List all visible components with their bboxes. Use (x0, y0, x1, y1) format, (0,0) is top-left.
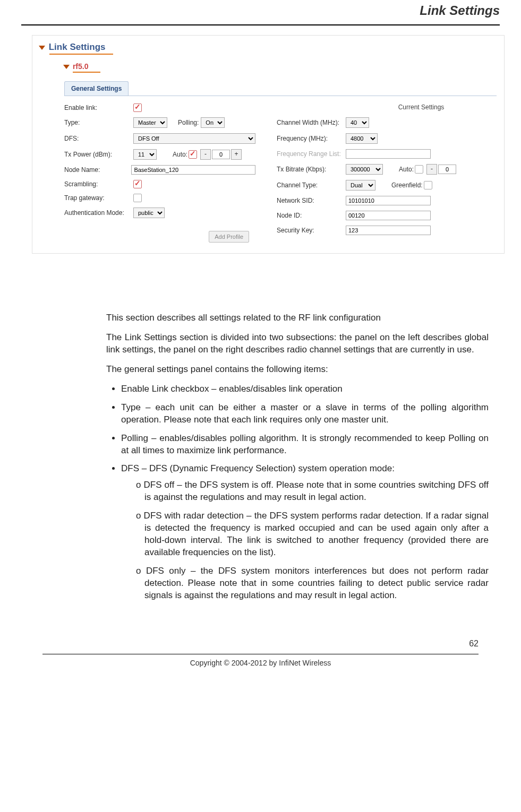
sublist-item: DFS with radar detection – the DFS syste… (136, 510, 489, 559)
footer-copyright: Copyright © 2004-2012 by InfiNet Wireles… (21, 659, 500, 667)
plus-button[interactable]: + (231, 149, 242, 160)
page-title: Link Settings (21, 3, 500, 18)
nodeid-input[interactable] (346, 211, 431, 220)
chtype-select[interactable]: Dual (346, 180, 375, 191)
txbitrate-label: Tx Bitrate (Kbps): (277, 166, 346, 173)
underline (49, 54, 113, 55)
txbitrate-select[interactable]: 300000 (346, 164, 383, 175)
body-text: This section describes all settings rela… (106, 312, 489, 602)
chwidth-select[interactable]: 40 (346, 117, 369, 128)
auto-label: Auto: (173, 151, 187, 158)
scrambling-checkbox[interactable] (133, 180, 142, 188)
greenfield-checkbox[interactable] (424, 181, 432, 189)
frl-label: Frequency Range List: (277, 150, 346, 158)
polling-select[interactable]: On (201, 117, 225, 128)
trap-checkbox[interactable] (133, 194, 142, 202)
freq-select[interactable]: 4800 (346, 133, 378, 144)
dfs-select[interactable]: DFS Off (133, 133, 255, 144)
list-item: Polling – enables/disables polling algor… (121, 433, 489, 457)
seckey-label: Security Key: (277, 227, 346, 234)
right-panel: Current Settings Channel Width (MHz): 40… (277, 103, 497, 240)
footer-rule (42, 654, 479, 654)
type-select[interactable]: Master (133, 117, 167, 128)
txpower-auto-value[interactable] (212, 150, 230, 159)
current-settings-header: Current Settings (346, 103, 497, 111)
link-settings-header[interactable]: Link Settings (40, 42, 497, 53)
left-panel: Enable link: Type: Master Polling: On DF… (64, 103, 255, 240)
txpower-select[interactable]: 11 (133, 149, 157, 160)
general-settings-tab[interactable]: General Settings (64, 81, 129, 96)
sublist-item: DFS off – the DFS system is off. Please … (136, 479, 489, 504)
auth-select[interactable]: public (133, 208, 165, 218)
minus-button[interactable]: - (200, 149, 211, 160)
page-number: 62 (21, 639, 479, 649)
tab-underline (64, 96, 497, 96)
trap-label: Trap gateway: (64, 194, 133, 202)
paragraph: This section describes all settings rela… (106, 312, 489, 324)
enable-link-checkbox[interactable] (133, 103, 142, 112)
chwidth-label: Channel Width (MHz): (277, 119, 346, 126)
nodename-input[interactable] (131, 165, 255, 175)
enable-link-label: Enable link: (64, 104, 133, 111)
nodeid-label: Node ID: (277, 212, 346, 219)
nodename-label: Node Name: (64, 166, 131, 174)
rf-header[interactable]: rf5.0 (64, 62, 497, 71)
bitrate-auto-label: Auto: (399, 166, 414, 173)
txpower-label: Tx Power (dBm): (64, 151, 133, 158)
freq-label: Frequency (MHz): (277, 135, 346, 142)
underline (73, 72, 100, 73)
list-item: Enable Link checkbox – enables/disables … (121, 383, 489, 395)
auth-label: Authentication Mode: (64, 209, 133, 217)
list-item: DFS – DFS (Dynamic Frequency Selection) … (121, 463, 489, 601)
list-item: Type – each unit can be either a master … (121, 402, 489, 426)
minus-button[interactable]: - (426, 164, 437, 175)
link-settings-label: Link Settings (49, 42, 106, 52)
rf-label: rf5.0 (73, 62, 89, 71)
sublist-item: DFS only – the DFS system monitors inter… (136, 565, 489, 602)
txpower-auto-checkbox[interactable] (189, 150, 197, 159)
add-profile-button[interactable]: Add Profile (209, 231, 249, 243)
bitrate-auto-value[interactable] (438, 165, 456, 174)
paragraph: The Link Settings section is divided int… (106, 332, 489, 356)
chtype-label: Channel Type: (277, 182, 346, 189)
sid-label: Network SID: (277, 197, 346, 204)
dfs-label: DFS: (64, 135, 133, 142)
triangle-icon (63, 65, 70, 69)
bitrate-auto-checkbox[interactable] (415, 165, 423, 174)
paragraph: The general settings panel contains the … (106, 364, 489, 376)
scrambling-label: Scrambling: (64, 180, 133, 188)
polling-label: Polling: (178, 119, 199, 126)
header-rule (21, 24, 500, 25)
sid-input[interactable] (346, 196, 431, 205)
type-label: Type: (64, 119, 133, 126)
greenfield-label: Greenfield: (391, 182, 423, 189)
screenshot-figure: Link Settings rf5.0 General Settings Ena… (32, 35, 505, 254)
triangle-icon (39, 46, 45, 50)
seckey-input[interactable] (346, 226, 431, 235)
frl-input (346, 149, 431, 159)
